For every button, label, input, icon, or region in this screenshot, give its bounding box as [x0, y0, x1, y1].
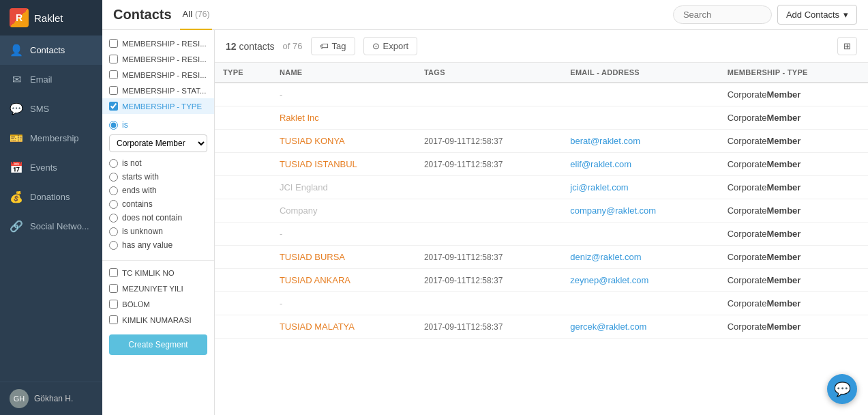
sidebar-item-label: SMS [30, 104, 49, 114]
cell-membership: CorporateMember [719, 223, 868, 246]
cell-tags: 2017-09-11T12:58:37 [416, 269, 562, 292]
cell-email[interactable]: jci@raklet.com [562, 176, 719, 199]
export-button[interactable]: ⊙ Export [363, 37, 418, 55]
grid-view-button[interactable]: ⊞ [837, 37, 857, 55]
cell-name[interactable]: TUSIAD MALATYA [271, 315, 416, 339]
filter-checkbox[interactable] [109, 268, 118, 277]
sidebar-item-events[interactable]: 📅 Events [0, 153, 102, 182]
cell-email[interactable]: deniz@raklet.com [562, 246, 719, 269]
cell-type [215, 223, 271, 246]
condition-starts-with[interactable]: starts with [109, 170, 207, 184]
table-row: Companycompany@raklet.comCorporateMember [215, 199, 868, 223]
email-link[interactable]: deniz@raklet.com [570, 252, 641, 262]
topbar-right: Add Contacts ▾ [673, 5, 857, 25]
cell-tags: 2017-09-11T12:58:37 [416, 130, 562, 153]
email-link[interactable]: jci@raklet.com [570, 182, 628, 192]
filter-checkbox[interactable] [109, 284, 118, 293]
contact-name-link[interactable]: TUSIAD ANKARA [280, 275, 350, 285]
filter-checkbox[interactable] [109, 315, 118, 324]
add-contacts-button[interactable]: Add Contacts ▾ [777, 5, 857, 25]
filter-membership-stat[interactable]: MEMBERSHIP - STAT... [102, 83, 214, 98]
topbar: Contacts All (76) Add Contacts ▾ [102, 0, 868, 30]
condition-does-not-contain[interactable]: does not contain [109, 211, 207, 225]
chat-bubble-button[interactable]: 💬 [827, 374, 857, 404]
membership-type-select[interactable]: Corporate Member Individual Member Stude… [109, 134, 207, 152]
filter-membership-resi-2[interactable]: MEMBERSHIP - RESI... [102, 51, 214, 67]
condition-radio-has-any-value[interactable] [109, 241, 118, 250]
cell-tags [416, 83, 562, 106]
condition-is-not[interactable]: is not [109, 156, 207, 170]
cell-name[interactable]: TUSIAD BURSA [271, 246, 416, 269]
sidebar-item-social[interactable]: 🔗 Social Netwo... [0, 212, 102, 241]
filter-checkbox[interactable] [109, 86, 118, 95]
email-link[interactable]: gercek@raklet.com [570, 321, 646, 332]
email-link[interactable]: elif@raklet.com [570, 159, 631, 169]
filter-bolum[interactable]: BÖLÜM [102, 296, 214, 312]
email-link[interactable]: zeynep@raklet.com [570, 275, 648, 285]
cell-name[interactable]: Raklet Inc [271, 106, 416, 130]
email-link[interactable]: berat@raklet.com [570, 136, 640, 146]
col-tags: TAGS [416, 63, 562, 83]
filter-mezuniyet[interactable]: MEZUNIYET YILI [102, 281, 214, 296]
filter-checkbox[interactable] [109, 70, 118, 79]
sidebar-item-email[interactable]: ✉ Email [0, 65, 102, 94]
cell-email [562, 292, 719, 315]
cell-email[interactable]: elif@raklet.com [562, 153, 719, 176]
condition-radio-ends-with[interactable] [109, 186, 118, 195]
sidebar-item-sms[interactable]: 💬 SMS [0, 94, 102, 124]
cell-membership: CorporateMember [719, 269, 868, 292]
condition-radio-starts-with[interactable] [109, 173, 118, 182]
condition-radio-contains[interactable] [109, 200, 118, 209]
create-segment-button[interactable]: Create Segment [109, 334, 207, 355]
contact-name-dash: - [280, 229, 282, 239]
cell-email[interactable]: zeynep@raklet.com [562, 269, 719, 292]
table-area: ↓ ↓ 12 contacts of 76 🏷 Tag ⊙ [215, 30, 868, 415]
tab-all[interactable]: All (76) [180, 0, 213, 30]
contact-name-link[interactable]: TUSIAD BURSA [280, 252, 345, 262]
contact-name-dash: Company [280, 205, 318, 216]
contact-name-link[interactable]: TUSIAD ISTANBUL [280, 159, 357, 169]
search-input[interactable] [673, 5, 772, 24]
condition-radio-is[interactable] [109, 121, 118, 130]
email-link[interactable]: company@raklet.com [570, 205, 656, 216]
cell-name[interactable]: TUSIAD ISTANBUL [271, 153, 416, 176]
cell-name[interactable]: TUSIAD ANKARA [271, 269, 416, 292]
sidebar-logo[interactable]: R Raklet [0, 0, 102, 35]
contacts-count-number: 12 [226, 41, 237, 52]
contact-name-link[interactable]: TUSIAD MALATYA [280, 321, 355, 332]
cell-email [562, 223, 719, 246]
condition-radio-is-not[interactable] [109, 159, 118, 168]
filter-membership-resi-3[interactable]: MEMBERSHIP - RESI... [102, 67, 214, 83]
cell-email[interactable]: berat@raklet.com [562, 130, 719, 153]
tag-button[interactable]: 🏷 Tag [311, 37, 355, 55]
user-profile[interactable]: GH Gökhan H. [0, 382, 102, 415]
cell-name[interactable]: TUSIAD KONYA [271, 130, 416, 153]
condition-radio-is-unknown[interactable] [109, 227, 118, 236]
sidebar-item-donations[interactable]: 💰 Donations [0, 182, 102, 212]
condition-has-any-value[interactable]: has any value [109, 238, 207, 252]
cell-tags [416, 199, 562, 223]
condition-radio-does-not-contain[interactable] [109, 214, 118, 223]
filter-checkbox[interactable] [109, 55, 118, 63]
condition-is[interactable]: is [109, 118, 207, 132]
sidebar-item-membership[interactable]: 🎫 Membership [0, 124, 102, 153]
contact-name-link[interactable]: Raklet Inc [280, 113, 319, 123]
contact-name-link[interactable]: TUSIAD KONYA [280, 136, 345, 146]
sidebar-item-contacts[interactable]: 👤 Contacts [0, 35, 102, 65]
filter-checkbox[interactable] [109, 300, 118, 309]
condition-is-not-label: is not [122, 158, 142, 168]
filter-tc-kimlik[interactable]: TC KIMLIK NO [102, 265, 214, 281]
filter-checkbox-active[interactable] [109, 102, 118, 111]
cell-email[interactable]: company@raklet.com [562, 199, 719, 223]
filter-membership-type[interactable]: MEMBERSHIP - TYPE [102, 98, 214, 114]
filter-checkbox[interactable] [109, 39, 118, 48]
condition-ends-with[interactable]: ends with [109, 184, 207, 197]
cell-email[interactable]: gercek@raklet.com [562, 315, 719, 339]
contacts-count: 12 contacts [226, 41, 275, 52]
filter-kimlik[interactable]: KIMLIK NUMARASI [102, 312, 214, 328]
condition-is-unknown[interactable]: is unknown [109, 225, 207, 238]
filter-membership-resi-1[interactable]: MEMBERSHIP - RESI... [102, 35, 214, 51]
condition-contains[interactable]: contains [109, 197, 207, 211]
tab-all-label: All [183, 9, 192, 19]
cell-membership: CorporateMember [719, 246, 868, 269]
